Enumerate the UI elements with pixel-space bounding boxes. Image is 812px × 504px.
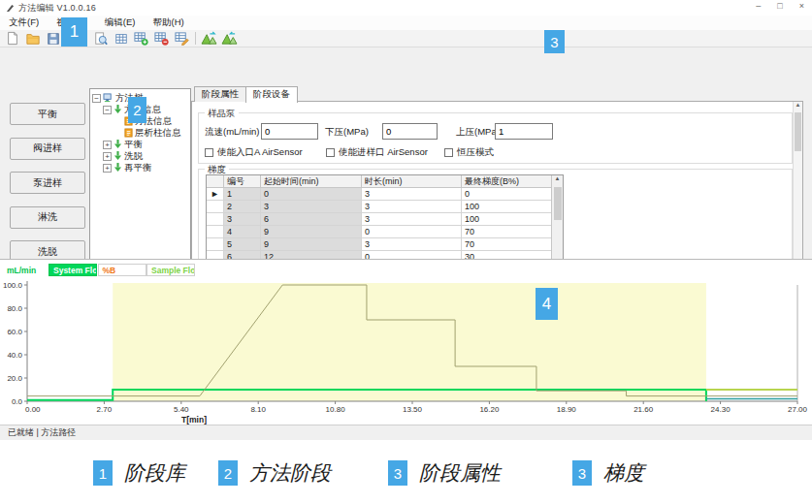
callout-badge: 3 [544,30,565,53]
stage-arrow-icon [114,163,122,173]
table-cell[interactable]: 1 [224,188,261,201]
scrollbar-thumb[interactable] [795,112,801,151]
checkbox[interactable]: 恒压模式 [444,146,494,159]
stage-button[interactable]: 淋洗 [10,206,85,229]
save-icon[interactable] [43,30,63,47]
table-cell[interactable]: 4 [224,226,261,238]
table-row[interactable]: 49070 [207,226,563,238]
callout-badge: 2 [128,97,146,123]
info-page-icon [124,128,133,138]
table-icon[interactable] [111,30,131,47]
row-marker-header [207,175,224,188]
minimize-button[interactable]: – [756,1,761,11]
field-input[interactable] [382,123,438,140]
tab-active[interactable]: 阶段设备 [245,86,298,103]
table-cell[interactable]: 9 [261,226,362,238]
maximize-button[interactable]: □ [777,1,782,11]
table-cell[interactable]: 5 [224,238,261,251]
tree-expander-icon[interactable]: − [92,94,101,103]
tree-expander-icon[interactable]: − [103,106,112,114]
field-label: 上压(MPa) [456,126,500,139]
tree-item[interactable]: +再平衡 [90,162,190,173]
chart-import-icon[interactable] [199,30,219,47]
toolbar-separator [195,32,196,45]
add-table-row-icon[interactable] [131,30,151,47]
row-marker-cell [207,213,224,226]
annotation-number: 2 [218,460,238,486]
tree-item[interactable]: +平衡 [90,139,190,150]
table-cell[interactable]: 0 [261,188,362,201]
table-row[interactable]: 233100 [207,201,563,213]
toolbar [0,30,812,47]
table-cell[interactable]: 3 [362,238,462,251]
edit-table-icon[interactable] [172,30,192,47]
menu-item[interactable]: 文件(F) [0,16,48,29]
remove-table-row-icon[interactable] [151,30,172,47]
annotation-label: 梯度 [603,459,644,487]
elution-highlight-region [113,283,706,401]
table-header-row: 编号起始时间(min)时长(min)最终梯度(B%) [207,175,563,188]
annotation-number: 3 [572,460,592,486]
y-tick-label: 80.0 [7,304,22,313]
y-tick-label: 100.0 [3,281,23,290]
new-document-icon[interactable] [2,30,22,47]
checkbox-label: 恒压模式 [457,146,494,159]
field-input[interactable] [495,123,553,140]
checkbox[interactable]: 使能进样口 AirSensor [326,146,428,159]
open-folder-icon[interactable] [22,30,43,47]
scrollbar-thumb[interactable] [554,187,562,220]
field-label: 下压(MPa) [325,126,369,139]
stage-button[interactable]: 阀进样 [10,138,85,160]
stage-button[interactable]: 泵进样 [10,172,85,194]
stage-arrow-icon [114,105,122,114]
x-tick-label: 10.80 [326,405,346,414]
table-cell[interactable]: 0 [362,226,462,238]
field-label: 流速(mL/min) [205,126,259,139]
tab-strip: 阶段属性阶段设备 [194,86,297,103]
column-header: 起始时间(min) [261,175,362,188]
table-cell[interactable]: 3 [362,201,462,213]
callout-badge: 4 [536,288,558,320]
tree-expander-icon[interactable]: + [103,141,112,149]
tab-inactive[interactable]: 阶段属性 [194,86,246,102]
stage-button[interactable]: 平衡 [10,103,85,125]
table-row[interactable]: ►1030 [207,188,563,201]
sample-pump-group: 样品泵 流速(mL/min)下压(MPa)上压(MPa)使能入口A AirSen… [198,112,793,164]
table-cell[interactable]: 6 [261,213,362,226]
table-cell[interactable]: 3 [362,188,462,201]
menu-item[interactable]: 帮助(H) [144,16,192,29]
table-cell[interactable]: 3 [261,201,362,213]
status-bar: 已就绪 | 方法路径 [0,425,812,440]
x-tick-label: 13.50 [403,405,423,414]
column-header: 时长(min) [362,175,462,188]
work-area: 平衡阀进样泵进样淋洗洗脱用户自定义 −方法树−方法信息方法信息层析柱信息+平衡+… [0,47,812,259]
table-row[interactable]: 59370 [207,238,563,251]
print-preview-icon[interactable] [90,30,111,47]
field-input[interactable] [261,123,318,140]
table-cell[interactable]: 100 [462,201,552,213]
y-tick-label: 0.0 [12,397,23,406]
chart-export-icon[interactable] [219,30,240,47]
tree-expander-icon[interactable]: + [103,152,112,161]
table-cell[interactable]: 0 [462,188,552,201]
table-cell[interactable]: 70 [462,226,552,238]
table-cell[interactable]: 3 [224,213,261,226]
annotation-label: 方法阶段 [249,459,331,487]
close-button[interactable]: × [799,1,804,11]
callout-badge: 1 [61,17,87,47]
checkbox[interactable]: 使能入口A AirSensor [205,146,303,159]
tree-expander-icon[interactable]: + [103,164,112,173]
table-cell[interactable]: 9 [261,238,362,251]
table-cell[interactable]: 3 [362,213,462,226]
table-cell[interactable]: 2 [224,201,261,213]
checkbox-box [205,148,213,157]
table-cell[interactable]: 70 [462,238,552,251]
tree-item[interactable]: 层析柱信息 [90,127,190,139]
menu-item[interactable]: 编辑(E) [96,16,145,29]
tree-item[interactable]: +洗脱 [90,150,190,162]
column-header: 最终梯度(B%) [462,175,552,188]
table-cell[interactable]: 100 [462,213,552,226]
x-tick-label: 27.00 [788,405,808,414]
table-row[interactable]: 363100 [207,213,563,226]
x-axis-title: T[min] [181,415,207,425]
